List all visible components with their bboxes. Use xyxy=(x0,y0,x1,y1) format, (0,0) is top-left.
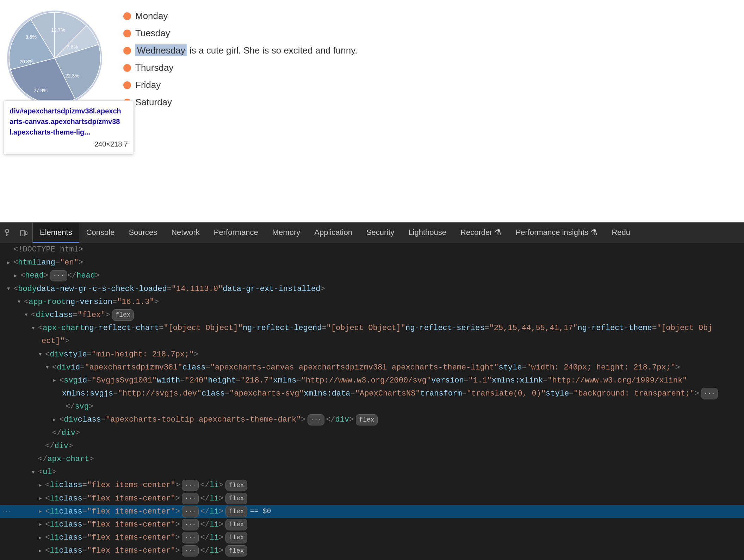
legend-label-wednesday: Wednesday is a cute girl. She is so exci… xyxy=(135,45,358,56)
inspect-element-icon[interactable] xyxy=(4,228,13,237)
devtools-code-content: <!DOCTYPE html> <html lang="en"> <head> … xyxy=(0,243,744,560)
legend-label-friday: Friday xyxy=(135,80,161,91)
arrow-html[interactable] xyxy=(7,259,13,267)
code-line-div-minheight[interactable]: <div style="min-height: 218.7px;"> xyxy=(0,348,744,361)
arrow-apxchart[interactable] xyxy=(32,324,37,332)
code-line-svg2: xmlns:svgjs="http://svgjs.dev" class="ap… xyxy=(0,387,744,400)
legend-item-thursday: Thursday xyxy=(123,62,358,73)
arrow-li3[interactable] xyxy=(39,508,44,515)
tab-elements[interactable]: Elements xyxy=(33,223,79,243)
code-line-tooltip[interactable]: <div class="apexcharts-tooltip apexchart… xyxy=(0,413,744,426)
code-line-li5[interactable]: <li class="flex items-center">···</li> f… xyxy=(0,531,744,544)
legend-dot-tuesday xyxy=(123,30,131,37)
tab-application[interactable]: Application xyxy=(307,223,359,243)
code-line-li6[interactable]: <li class="flex items-center">···</li> f… xyxy=(0,544,744,557)
pie-label-thursday: 27.9% xyxy=(33,88,48,93)
chart-legend: Monday Tuesday Wednesday is a cute girl.… xyxy=(123,11,358,108)
code-line-apxchart-close[interactable]: </apx-chart> xyxy=(0,453,744,466)
code-line-div-close2[interactable]: </div> xyxy=(0,440,744,453)
code-line-approot[interactable]: <app-root ng-version="16.1.3"> xyxy=(0,295,744,309)
devtools-toolbar: Elements Console Sources Network Perform… xyxy=(0,223,744,243)
flex-badge: flex xyxy=(112,309,134,321)
eq-dollar-badge: == $0 xyxy=(250,506,271,517)
legend-dot-monday xyxy=(123,12,131,20)
pie-label-saturday: 8.6% xyxy=(25,34,37,40)
arrow-li6[interactable] xyxy=(39,547,44,555)
arrow-li1[interactable] xyxy=(39,481,44,489)
legend-label-thursday: Thursday xyxy=(135,62,173,73)
chart-area: 12.7% 7.6% 22.3% 27.9% 20.8% 8.6% xyxy=(7,11,109,113)
svg-line-2 xyxy=(6,234,8,236)
pie-label-friday: 20.8% xyxy=(19,59,33,64)
legend-item-tuesday: Tuesday xyxy=(123,28,358,39)
code-line-li3-selected[interactable]: ··· <li class="flex items-center">···</l… xyxy=(0,505,744,518)
arrow-li5[interactable] xyxy=(39,534,44,542)
code-line-doctype[interactable]: <!DOCTYPE html> xyxy=(0,243,744,256)
legend-dot-thursday xyxy=(123,64,131,72)
legend-dot-wednesday xyxy=(123,47,131,55)
code-line-ul[interactable]: <ul> xyxy=(0,466,744,479)
arrow-head[interactable] xyxy=(14,272,20,280)
devtools-tabs: Elements Console Sources Network Perform… xyxy=(33,223,744,243)
svg-rect-0 xyxy=(6,230,8,232)
ellipsis-badge-head: ··· xyxy=(50,270,67,282)
code-line-head[interactable]: <head> ··· </head> xyxy=(0,269,744,282)
legend-label-saturday: Saturday xyxy=(135,97,172,108)
arrow-ul[interactable] xyxy=(32,468,37,476)
code-line-div-canvas[interactable]: <div id="apexchartsdpizmv38l" class="ape… xyxy=(0,361,744,374)
device-toolbar-icon[interactable] xyxy=(19,228,28,237)
tab-sources[interactable]: Sources xyxy=(122,223,164,243)
toolbar-icons xyxy=(0,223,33,243)
arrow-div-flex[interactable] xyxy=(25,311,30,319)
legend-dot-friday xyxy=(123,81,131,89)
legend-item-saturday: Saturday xyxy=(123,97,358,108)
element-path: div#apexchartsdpizmv38l.apexcharts-canva… xyxy=(10,106,128,137)
code-line-div-close1[interactable]: </div> xyxy=(0,427,744,440)
legend-label-monday: Monday xyxy=(135,11,168,21)
code-line-li2[interactable]: <li class="flex items-center">···</li> f… xyxy=(0,492,744,505)
tab-console[interactable]: Console xyxy=(79,223,122,243)
pie-label-tuesday: 7.6% xyxy=(67,44,78,50)
pie-chart-svg: 12.7% 7.6% 22.3% 27.9% 20.8% 8.6% xyxy=(7,11,102,106)
arrow-body[interactable] xyxy=(7,285,13,293)
svg-rect-4 xyxy=(25,232,27,235)
code-line-li4[interactable]: <li class="flex items-center">···</li> f… xyxy=(0,518,744,531)
legend-label-tuesday: Tuesday xyxy=(135,28,170,39)
inspector-tooltip: div#apexchartsdpizmv38l.apexcharts-canva… xyxy=(4,100,134,155)
code-line-svg[interactable]: <svg id="SvgjsSvg1001" width="240" heigh… xyxy=(0,374,744,387)
wednesday-highlight: Wednesday xyxy=(135,44,187,56)
arrow-li4[interactable] xyxy=(39,521,44,528)
code-line-li1[interactable]: <li class="flex items-center">···</li> f… xyxy=(0,479,744,492)
tab-recorder[interactable]: Recorder ⚗ xyxy=(453,223,509,243)
tab-security[interactable]: Security xyxy=(359,223,401,243)
tab-lighthouse[interactable]: Lighthouse xyxy=(401,223,453,243)
legend-item-wednesday: Wednesday is a cute girl. She is so exci… xyxy=(123,45,358,56)
tab-memory[interactable]: Memory xyxy=(265,223,307,243)
arrow-tooltip[interactable] xyxy=(53,416,58,424)
code-line-comment-bindings: <!--bindings={ xyxy=(0,558,744,560)
tab-performance-insights[interactable]: Performance insights ⚗ xyxy=(509,223,605,243)
arrow-div-canvas[interactable] xyxy=(46,363,51,371)
pie-chart: 12.7% 7.6% 22.3% 27.9% 20.8% 8.6% xyxy=(7,11,102,106)
pie-label-monday: 12.7% xyxy=(51,27,65,33)
tab-network[interactable]: Network xyxy=(164,223,207,243)
devtools-panel: Elements Console Sources Network Perform… xyxy=(0,222,744,560)
code-line-body[interactable]: <body data-new-gr-c-s-check-loaded="14.1… xyxy=(0,282,744,295)
legend-item-monday: Monday xyxy=(123,11,358,21)
dots-indicator: ··· xyxy=(1,507,12,516)
arrow-approot[interactable] xyxy=(18,298,23,306)
tab-performance[interactable]: Performance xyxy=(207,223,265,243)
pie-label-wednesday: 22.3% xyxy=(65,73,79,79)
arrow-svg[interactable] xyxy=(53,377,58,384)
arrow-li2[interactable] xyxy=(39,494,44,502)
code-line-apxchart2: ect]"> xyxy=(0,335,744,348)
code-line-apxchart[interactable]: <apx-chart ng-reflect-chart="[object Obj… xyxy=(0,322,744,335)
arrow-div-minheight[interactable] xyxy=(39,350,44,358)
legend-item-friday: Friday xyxy=(123,80,358,91)
svg-point-5 xyxy=(22,235,23,235)
element-dimensions: 240×218.7 xyxy=(94,139,128,149)
code-line-div-flex[interactable]: <div class="flex"> flex xyxy=(0,309,744,322)
tab-redux[interactable]: Redu xyxy=(604,223,637,243)
code-line-svg-close[interactable]: </svg> xyxy=(0,400,744,413)
code-line-html[interactable]: <html lang="en"> xyxy=(0,256,744,269)
